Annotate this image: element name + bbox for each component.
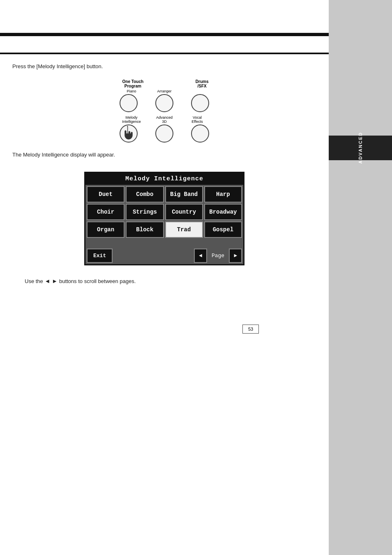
right-tab-label: ADVANCED [358, 132, 363, 164]
mi-title-bar: Melody Intelligence [85, 173, 243, 185]
arranger-btn[interactable] [155, 94, 173, 112]
nav-text-before: Use the [25, 278, 43, 284]
piano-sublabel: Piano [119, 89, 144, 93]
panel-row-1 [111, 94, 218, 112]
nav-left-arrow: ◄ [44, 278, 52, 284]
melody-sublabel: MelodyIntelligence [119, 115, 144, 124]
panel-row-2 [111, 124, 218, 143]
mi-btn-country[interactable]: Country [165, 204, 203, 220]
mi-btn-bigband[interactable]: Big Band [165, 186, 203, 203]
nav-arrows-area: Use the ◄ ► buttons to scroll between pa… [25, 278, 304, 284]
mi-btn-harp[interactable]: Harp [204, 186, 242, 203]
mi-btn-block[interactable]: Block [126, 221, 164, 238]
page-number-badge: 53 [242, 325, 259, 334]
vocal-effects-btn[interactable] [191, 124, 209, 143]
body-text-1: Press the [Melody Intelligence] button. [12, 62, 316, 71]
melody-intelligence-btn[interactable] [120, 124, 138, 143]
mi-exit-btn[interactable]: Exit [87, 249, 113, 263]
mi-btn-broadway[interactable]: Broadway [204, 204, 242, 220]
mi-back-btn[interactable]: ◄ [194, 249, 207, 263]
main-content: Press the [Melody Intelligence] button. … [0, 0, 329, 555]
top-black-bar [0, 33, 329, 36]
mi-empty-row [85, 239, 243, 247]
arranger-sublabel: Arranger [152, 89, 177, 93]
advanced-sublabel: Advanced3D [152, 115, 177, 124]
body-text-2: The Melody Intelligence display will app… [12, 151, 316, 159]
right-sidebar: ADVANCED [329, 0, 392, 555]
otp-label: One Touch Program [116, 79, 149, 88]
mi-page-label: Page [208, 249, 228, 262]
vocal-sublabel: VocalEffects [185, 115, 210, 124]
mi-btn-gospel[interactable]: Gospel [204, 221, 242, 238]
right-tab: ADVANCED [329, 136, 392, 160]
piano-btn[interactable] [120, 94, 138, 112]
mi-next-btn[interactable]: ► [229, 249, 242, 263]
advanced-3d-btn[interactable] [155, 124, 173, 143]
drums-btn[interactable] [191, 94, 209, 112]
nav-text-after: buttons to scroll between pages. [59, 278, 136, 284]
nav-right-arrow: ► [52, 278, 59, 284]
mi-btn-strings[interactable]: Strings [126, 204, 164, 220]
drums-label: Drums/SFX [192, 79, 212, 88]
mi-btn-combo[interactable]: Combo [126, 186, 164, 203]
mi-btn-choir[interactable]: Choir [87, 204, 125, 220]
button-panel-illustration: One Touch Program Drums/SFX Piano Arrang… [111, 79, 218, 143]
hand-icon [122, 126, 135, 141]
content-area: Press the [Melody Intelligence] button. … [0, 54, 329, 297]
mi-nav-area: ◄ Page ► [194, 249, 242, 263]
mi-display: Melody Intelligence Duet Combo Big Band … [84, 172, 244, 265]
mi-footer: Exit ◄ Page ► [85, 247, 243, 264]
mi-btn-duet[interactable]: Duet [87, 186, 125, 203]
mi-grid: Duet Combo Big Band Harp Choir Strings C… [85, 185, 243, 239]
mi-btn-trad[interactable]: Trad [165, 221, 203, 238]
mi-btn-organ[interactable]: Organ [87, 221, 125, 238]
